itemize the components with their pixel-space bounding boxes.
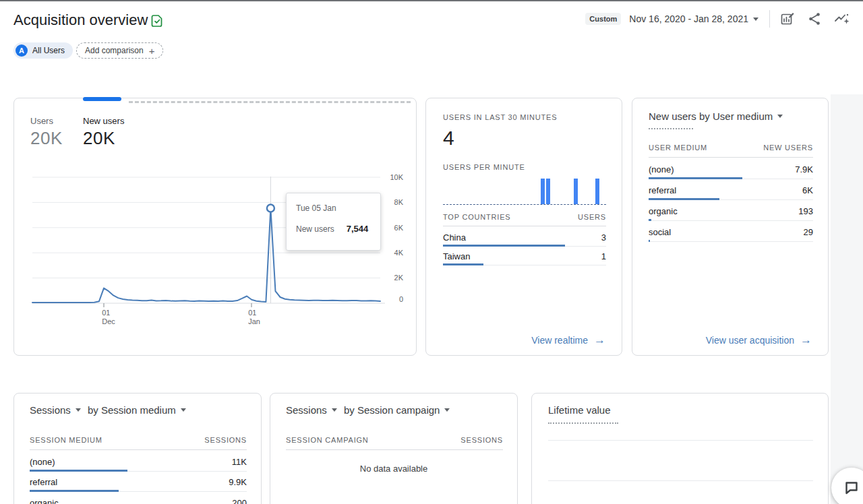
session-row-label: (none) xyxy=(30,457,55,467)
right-margin-strip xyxy=(831,94,863,504)
metric-dropdown[interactable]: Sessions xyxy=(286,404,327,416)
sessions-campaign-title: Sessions by Session campaign xyxy=(286,404,450,416)
user-medium-col: USER MEDIUM xyxy=(649,144,707,152)
chevron-down-icon xyxy=(332,408,337,412)
sessions-col: SESSIONS xyxy=(204,436,247,444)
medium-row-value: 193 xyxy=(759,206,813,216)
view-user-acquisition-link[interactable]: View user acquisition→ xyxy=(706,334,812,346)
top-countries-header: TOP COUNTRIES USERS xyxy=(443,213,606,221)
y-axis-tick: 2K xyxy=(380,274,403,282)
chevron-down-icon xyxy=(444,408,450,412)
plus-icon: + xyxy=(149,46,155,56)
chart-tooltip: Tue 05 Jan New users 7,544 xyxy=(286,193,381,251)
date-range-type-badge: Custom xyxy=(585,13,621,25)
medium-row-label: organic xyxy=(649,206,678,216)
session-row-bar xyxy=(30,470,127,472)
arrow-right-icon: → xyxy=(800,334,812,346)
minute-bar xyxy=(595,179,599,204)
row-track xyxy=(649,241,813,242)
header-separator xyxy=(649,157,813,158)
chart-gridline xyxy=(548,440,813,441)
tab-new-users-value[interactable]: 20K xyxy=(83,128,115,149)
users-overview-card: Users 20K New users 20K 10K 8K 6K 4K 2K … xyxy=(13,98,417,356)
title-dotted-underline xyxy=(548,422,618,424)
toolbar-divider xyxy=(769,10,770,28)
add-comparison-button[interactable]: Add comparison + xyxy=(76,42,163,59)
header-toolbar: Custom Nov 16, 2020 - Jan 28, 2021 xyxy=(585,10,851,28)
users-per-minute-label: USERS PER MINUTE xyxy=(443,163,525,171)
row-track xyxy=(649,220,813,221)
y-axis-tick: 4K xyxy=(380,249,403,257)
y-axis-tick: 8K xyxy=(380,198,403,206)
metric-dashed-line xyxy=(129,101,411,103)
session-row-value: 9.9K xyxy=(193,477,247,487)
minute-bar xyxy=(546,179,550,204)
lifetime-value-card: Lifetime value xyxy=(531,393,829,504)
medium-row-bar xyxy=(649,177,742,179)
country-name: Taiwan xyxy=(443,251,470,261)
page-title: Acquisition overview xyxy=(13,11,148,29)
avatar: A xyxy=(16,44,28,57)
dimension-dropdown[interactable]: by Session medium xyxy=(88,404,176,416)
chevron-down-icon xyxy=(181,408,186,412)
customize-report-icon[interactable] xyxy=(779,11,796,27)
dimension-dropdown[interactable]: by Session campaign xyxy=(344,404,440,416)
country-value: 3 xyxy=(552,232,606,243)
session-row-bar xyxy=(30,490,119,492)
minute-bar xyxy=(541,179,545,204)
header-separator xyxy=(443,226,606,226)
y-axis-tick: 0 xyxy=(380,295,403,303)
users-col-label: USERS xyxy=(578,213,606,221)
y-axis-tick: 6K xyxy=(380,224,403,232)
realtime-card: USERS IN LAST 30 MINUTES 4 USERS PER MIN… xyxy=(425,98,622,356)
all-users-chip[interactable]: A All Users xyxy=(13,42,73,59)
tab-new-users-label[interactable]: New users xyxy=(83,116,124,126)
highlight-point-marker xyxy=(267,204,274,212)
title-dotted-underline xyxy=(649,128,693,129)
feedback-bubble-icon xyxy=(844,480,859,495)
sessions-medium-table-header: SESSION MEDIUM SESSIONS xyxy=(30,436,247,444)
chevron-down-icon xyxy=(76,408,81,412)
insights-icon[interactable] xyxy=(833,11,851,27)
new-users-by-medium-card: New users by User medium USER MEDIUM NEW… xyxy=(632,98,829,356)
tab-users-value[interactable]: 20K xyxy=(30,128,63,149)
view-realtime-link[interactable]: View realtime→ xyxy=(531,334,605,346)
tooltip-date: Tue 05 Jan xyxy=(296,203,371,213)
share-icon[interactable] xyxy=(806,11,823,27)
tab-users-label[interactable]: Users xyxy=(30,116,53,126)
medium-row-label: social xyxy=(649,227,671,237)
session-campaign-col: SESSION CAMPAIGN xyxy=(286,436,369,444)
medium-row-label: referral xyxy=(649,185,676,195)
add-comparison-label: Add comparison xyxy=(85,46,144,55)
session-row-label: referral xyxy=(30,477,57,487)
medium-row-value: 7.9K xyxy=(759,164,813,175)
toolbar-icons xyxy=(779,11,851,27)
x-axis-tick-dec: 01Dec xyxy=(102,309,115,326)
medium-table-header: USER MEDIUM NEW USERS xyxy=(649,144,813,152)
medium-row-label: (none) xyxy=(649,164,674,175)
date-range-selector[interactable]: Nov 16, 2020 - Jan 28, 2021 xyxy=(629,13,758,24)
date-range-text: Nov 16, 2020 - Jan 28, 2021 xyxy=(629,13,748,24)
active-tab-indicator xyxy=(83,97,121,101)
sessions-by-campaign-card: Sessions by Session campaign SESSION CAM… xyxy=(270,393,518,504)
arrow-right-icon: → xyxy=(594,334,605,346)
sessions-by-medium-card: Sessions by Session medium SESSION MEDIU… xyxy=(13,393,262,504)
realtime-title: USERS IN LAST 30 MINUTES xyxy=(443,113,557,121)
minute-bar xyxy=(574,179,578,204)
window-top-edge xyxy=(0,0,863,1)
session-medium-col: SESSION MEDIUM xyxy=(30,436,102,444)
medium-row-bar xyxy=(649,198,719,200)
all-users-label: All Users xyxy=(32,46,65,55)
y-axis-tick: 10K xyxy=(380,173,403,181)
session-row-value: 11K xyxy=(193,457,247,467)
chart-gridline xyxy=(548,480,813,481)
document-check-icon xyxy=(151,14,164,30)
medium-card-title-dropdown[interactable]: New users by User medium xyxy=(649,111,783,122)
users-per-minute-bar-chart xyxy=(443,174,606,205)
lifetime-value-title: Lifetime value xyxy=(548,404,611,416)
ga-acquisition-overview-page: Acquisition overview Custom Nov 16, 2020… xyxy=(0,0,863,504)
sessions-medium-title: Sessions by Session medium xyxy=(30,404,186,416)
medium-row-bar xyxy=(649,240,650,242)
metric-dropdown[interactable]: Sessions xyxy=(30,404,71,416)
session-row-value: 200 xyxy=(193,498,247,504)
